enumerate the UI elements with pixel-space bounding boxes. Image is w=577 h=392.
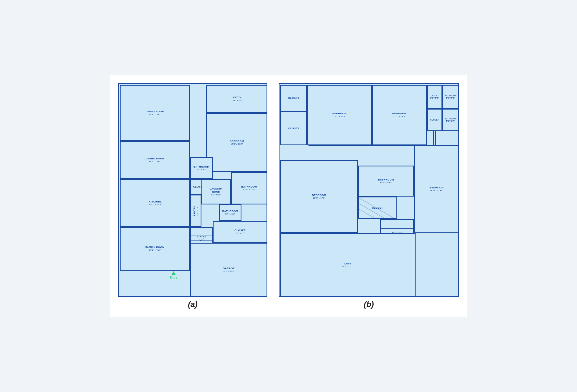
room-loft: LOFT 21'6" x 37'2" (280, 233, 416, 297)
room-bathroom-a2: BATHROOM 12'6" x 11'5" (231, 172, 267, 204)
closet-top-right: CLOSET (427, 109, 442, 131)
blueprint-b: CLOSET CLOSET BEDROOM 12'2" x 13'8" BEDR… (279, 83, 459, 297)
room-bedroom-a: BEDROOM 15'4" x 18'3" (206, 113, 267, 172)
room-closet-a2: CLOSET 19'2" x 5'7" (213, 221, 267, 243)
plan-b-label: (b) (364, 300, 374, 309)
blueprint-a: LIVING ROOM 24'4" x 16'2" PATIO 15'4" x … (118, 83, 267, 297)
closet-mid-center: CLOSET (358, 197, 397, 219)
floor-plan-b: CLOSET CLOSET BEDROOM 12'2" x 13'8" BEDR… (279, 83, 459, 309)
room-patio: PATIO 15'4" x 7'9" (206, 85, 267, 113)
room-kitchen: KITCHEN 16'11" x 13'8" (120, 179, 190, 227)
bedroom-top-1: BEDROOM 12'2" x 13'8" (307, 85, 372, 145)
main-container: LIVING ROOM 24'4" x 16'2" PATIO 15'4" x … (110, 75, 467, 317)
room-laundry: LAUNDRYROOM 6'3" x 6'5" (201, 179, 231, 204)
closet-top-left-2: CLOSET (280, 112, 307, 145)
bedroom-top-2: BEDROOM 17'2" x 13'8" (372, 85, 427, 145)
bathroom-top-right: BATHROOM5'8"×9'6" (442, 85, 459, 109)
entry-indicator: Entry (170, 271, 177, 279)
room-family-room: FAMILY ROOM 16'4" x 13'0" (120, 227, 190, 271)
bedroom-mid-left: BEDROOM 12'2" x 17'2" (280, 160, 358, 233)
room-pantry: PANTRY 3'7" x 7'8" (190, 195, 201, 227)
bathroom-mid-right: BATHROOM5'8"×3'4" (442, 109, 459, 131)
bath-small-top: BATH3'3"×5'6" (427, 85, 442, 109)
plan-a-label: (a) (188, 300, 197, 309)
closet-top-left-1: CLOSET (280, 85, 307, 112)
bedroom-mid-right: BEDROOM 18'11" x 18'8" (414, 145, 459, 233)
room-bathroom-a1: BATHROOM 5'1" x 5'2" (190, 157, 213, 179)
room-dining-room: DINING ROOM 19'1" x 10'3" (120, 141, 190, 179)
floor-plan-a: LIVING ROOM 24'4" x 16'2" PATIO 15'4" x … (118, 83, 267, 309)
room-garage: GARAGE 19'2" x 19'3" (190, 243, 267, 297)
entry-arrow-icon (171, 271, 176, 275)
room-bathroom-a3: BATHROOM 5'3" x 3'6" (219, 204, 241, 221)
bathroom-mid-center: BATHROOM 10'6" x 5'11" (358, 166, 414, 197)
room-living-room: LIVING ROOM 24'4" x 16'2" (120, 85, 190, 141)
